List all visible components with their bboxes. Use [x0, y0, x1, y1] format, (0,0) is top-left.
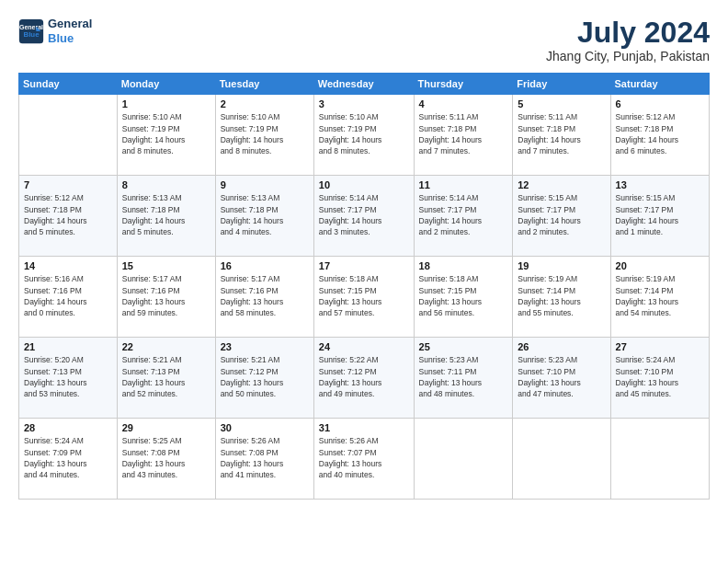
calendar-header-row: SundayMondayTuesdayWednesdayThursdayFrid… [19, 74, 710, 95]
calendar-cell [513, 419, 610, 500]
calendar-cell: 21Sunrise: 5:20 AM Sunset: 7:13 PM Dayli… [19, 338, 118, 419]
calendar-cell: 9Sunrise: 5:13 AM Sunset: 7:18 PM Daylig… [215, 176, 313, 257]
day-info: Sunrise: 5:25 AM Sunset: 7:08 PM Dayligh… [122, 435, 210, 480]
day-header-thursday: Thursday [414, 74, 513, 95]
calendar-week-row: 1Sunrise: 5:10 AM Sunset: 7:19 PM Daylig… [19, 95, 710, 176]
day-number: 12 [518, 179, 605, 190]
calendar-cell: 10Sunrise: 5:14 AM Sunset: 7:17 PM Dayli… [313, 176, 414, 257]
day-header-wednesday: Wednesday [313, 74, 414, 95]
calendar-cell: 13Sunrise: 5:15 AM Sunset: 7:17 PM Dayli… [610, 176, 709, 257]
svg-text:Blue: Blue [23, 30, 40, 39]
day-header-saturday: Saturday [610, 74, 709, 95]
day-info: Sunrise: 5:17 AM Sunset: 7:16 PM Dayligh… [221, 273, 309, 318]
day-number: 30 [221, 422, 309, 433]
day-info: Sunrise: 5:15 AM Sunset: 7:17 PM Dayligh… [518, 192, 605, 237]
month-title: July 2024 [546, 17, 710, 49]
day-number: 23 [221, 341, 309, 352]
calendar-cell: 11Sunrise: 5:14 AM Sunset: 7:17 PM Dayli… [414, 176, 513, 257]
day-info: Sunrise: 5:12 AM Sunset: 7:18 PM Dayligh… [616, 111, 704, 156]
calendar-cell: 25Sunrise: 5:23 AM Sunset: 7:11 PM Dayli… [414, 338, 513, 419]
location: Jhang City, Punjab, Pakistan [546, 49, 710, 63]
day-info: Sunrise: 5:20 AM Sunset: 7:13 PM Dayligh… [24, 354, 112, 399]
day-info: Sunrise: 5:12 AM Sunset: 7:18 PM Dayligh… [24, 192, 112, 237]
day-number: 22 [122, 341, 210, 352]
calendar-week-row: 28Sunrise: 5:24 AM Sunset: 7:09 PM Dayli… [19, 419, 710, 500]
calendar-table: SundayMondayTuesdayWednesdayThursdayFrid… [18, 73, 710, 500]
day-number: 3 [319, 98, 409, 109]
day-info: Sunrise: 5:18 AM Sunset: 7:15 PM Dayligh… [319, 273, 409, 318]
day-number: 14 [24, 260, 112, 271]
day-info: Sunrise: 5:11 AM Sunset: 7:18 PM Dayligh… [518, 111, 605, 156]
day-info: Sunrise: 5:26 AM Sunset: 7:07 PM Dayligh… [319, 435, 409, 480]
day-number: 6 [616, 98, 704, 109]
logo: General Blue General Blue [18, 17, 92, 45]
day-info: Sunrise: 5:23 AM Sunset: 7:10 PM Dayligh… [518, 354, 605, 399]
calendar-cell: 12Sunrise: 5:15 AM Sunset: 7:17 PM Dayli… [513, 176, 610, 257]
calendar-week-row: 14Sunrise: 5:16 AM Sunset: 7:16 PM Dayli… [19, 257, 710, 338]
day-header-monday: Monday [117, 74, 215, 95]
calendar-cell: 4Sunrise: 5:11 AM Sunset: 7:18 PM Daylig… [414, 95, 513, 176]
day-number: 11 [419, 179, 508, 190]
day-number: 27 [616, 341, 704, 352]
day-number: 20 [616, 260, 704, 271]
calendar-cell: 26Sunrise: 5:23 AM Sunset: 7:10 PM Dayli… [513, 338, 610, 419]
calendar-cell: 14Sunrise: 5:16 AM Sunset: 7:16 PM Dayli… [19, 257, 118, 338]
day-info: Sunrise: 5:14 AM Sunset: 7:17 PM Dayligh… [419, 192, 508, 237]
calendar-week-row: 7Sunrise: 5:12 AM Sunset: 7:18 PM Daylig… [19, 176, 710, 257]
day-number: 16 [221, 260, 309, 271]
day-info: Sunrise: 5:18 AM Sunset: 7:15 PM Dayligh… [419, 273, 508, 318]
calendar-cell: 5Sunrise: 5:11 AM Sunset: 7:18 PM Daylig… [513, 95, 610, 176]
calendar-cell: 23Sunrise: 5:21 AM Sunset: 7:12 PM Dayli… [215, 338, 313, 419]
logo-text: General Blue [48, 17, 92, 45]
day-number: 21 [24, 341, 112, 352]
calendar-cell: 1Sunrise: 5:10 AM Sunset: 7:19 PM Daylig… [117, 95, 215, 176]
calendar-cell: 28Sunrise: 5:24 AM Sunset: 7:09 PM Dayli… [19, 419, 118, 500]
day-info: Sunrise: 5:21 AM Sunset: 7:12 PM Dayligh… [221, 354, 309, 399]
calendar-cell [19, 95, 118, 176]
calendar-cell: 6Sunrise: 5:12 AM Sunset: 7:18 PM Daylig… [610, 95, 709, 176]
calendar-cell: 22Sunrise: 5:21 AM Sunset: 7:13 PM Dayli… [117, 338, 215, 419]
calendar-cell: 8Sunrise: 5:13 AM Sunset: 7:18 PM Daylig… [117, 176, 215, 257]
calendar-cell: 16Sunrise: 5:17 AM Sunset: 7:16 PM Dayli… [215, 257, 313, 338]
day-header-tuesday: Tuesday [215, 74, 313, 95]
calendar-cell: 24Sunrise: 5:22 AM Sunset: 7:12 PM Dayli… [313, 338, 414, 419]
day-info: Sunrise: 5:26 AM Sunset: 7:08 PM Dayligh… [221, 435, 309, 480]
day-info: Sunrise: 5:23 AM Sunset: 7:11 PM Dayligh… [419, 354, 508, 399]
day-number: 28 [24, 422, 112, 433]
day-info: Sunrise: 5:17 AM Sunset: 7:16 PM Dayligh… [122, 273, 210, 318]
day-number: 17 [319, 260, 409, 271]
day-number: 29 [122, 422, 210, 433]
day-info: Sunrise: 5:14 AM Sunset: 7:17 PM Dayligh… [319, 192, 409, 237]
calendar-cell: 2Sunrise: 5:10 AM Sunset: 7:19 PM Daylig… [215, 95, 313, 176]
day-number: 5 [518, 98, 605, 109]
day-info: Sunrise: 5:22 AM Sunset: 7:12 PM Dayligh… [319, 354, 409, 399]
day-number: 9 [221, 179, 309, 190]
day-number: 15 [122, 260, 210, 271]
day-number: 26 [518, 341, 605, 352]
calendar-cell: 15Sunrise: 5:17 AM Sunset: 7:16 PM Dayli… [117, 257, 215, 338]
header: General Blue General Blue July 2024 Jhan… [18, 17, 710, 63]
day-info: Sunrise: 5:19 AM Sunset: 7:14 PM Dayligh… [518, 273, 605, 318]
calendar-cell: 17Sunrise: 5:18 AM Sunset: 7:15 PM Dayli… [313, 257, 414, 338]
day-header-friday: Friday [513, 74, 610, 95]
day-number: 8 [122, 179, 210, 190]
calendar-cell: 27Sunrise: 5:24 AM Sunset: 7:10 PM Dayli… [610, 338, 709, 419]
day-info: Sunrise: 5:13 AM Sunset: 7:18 PM Dayligh… [221, 192, 309, 237]
day-number: 10 [319, 179, 409, 190]
day-number: 31 [319, 422, 409, 433]
calendar-cell: 19Sunrise: 5:19 AM Sunset: 7:14 PM Dayli… [513, 257, 610, 338]
day-info: Sunrise: 5:16 AM Sunset: 7:16 PM Dayligh… [24, 273, 112, 318]
calendar-cell: 29Sunrise: 5:25 AM Sunset: 7:08 PM Dayli… [117, 419, 215, 500]
calendar-cell: 3Sunrise: 5:10 AM Sunset: 7:19 PM Daylig… [313, 95, 414, 176]
day-header-sunday: Sunday [19, 74, 118, 95]
calendar-cell: 7Sunrise: 5:12 AM Sunset: 7:18 PM Daylig… [19, 176, 118, 257]
day-info: Sunrise: 5:11 AM Sunset: 7:18 PM Dayligh… [419, 111, 508, 156]
day-info: Sunrise: 5:24 AM Sunset: 7:10 PM Dayligh… [616, 354, 704, 399]
day-info: Sunrise: 5:10 AM Sunset: 7:19 PM Dayligh… [122, 111, 210, 156]
day-number: 4 [419, 98, 508, 109]
calendar-cell [414, 419, 513, 500]
day-number: 25 [419, 341, 508, 352]
day-info: Sunrise: 5:15 AM Sunset: 7:17 PM Dayligh… [616, 192, 704, 237]
day-info: Sunrise: 5:24 AM Sunset: 7:09 PM Dayligh… [24, 435, 112, 480]
day-number: 7 [24, 179, 112, 190]
